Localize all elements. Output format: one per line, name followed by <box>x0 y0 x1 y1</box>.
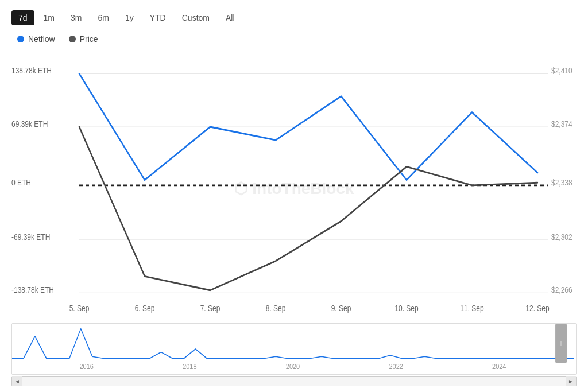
mini-chart-svg: 2016 2018 2020 2022 2024 ⦀ <box>12 324 576 374</box>
x-label-1: 5. Sep <box>69 304 90 313</box>
mini-year-2024: 2024 <box>492 363 506 371</box>
x-label-3: 7. Sep <box>200 304 220 313</box>
x-label-4: 8. Sep <box>266 304 286 313</box>
x-label-8: 12. Sep <box>525 304 549 313</box>
time-btn-1y[interactable]: 1y <box>118 10 141 25</box>
time-btn-ytd[interactable]: YTD <box>143 10 173 25</box>
y-label-top-left: 138.78k ETH <box>11 67 52 76</box>
time-btn-custom[interactable]: Custom <box>175 10 216 25</box>
time-btn-7d[interactable]: 7d <box>11 10 34 25</box>
y-label-top-right: $2,410 <box>551 67 572 76</box>
price-label: Price <box>80 34 98 44</box>
main-container: 7d1m3m6m1yYTDCustomAll Netflow Price ⬡ I… <box>0 0 588 392</box>
price-line <box>79 127 537 290</box>
x-label-5: 9. Sep <box>331 304 351 313</box>
y-label-bottom-left: -138.78k ETH <box>11 286 54 295</box>
y-label-bottom-right: $2,266 <box>551 286 572 295</box>
x-label-6: 10. Sep <box>394 304 418 313</box>
time-btn-6m[interactable]: 6m <box>91 10 115 25</box>
mini-handle-icon: ⦀ <box>560 340 563 347</box>
time-btn-all[interactable]: All <box>219 10 242 25</box>
y-label-zero-left: 0 ETH <box>11 178 31 187</box>
time-range-bar: 7d1m3m6m1yYTDCustomAll <box>11 10 577 25</box>
y-label-2-right: $2,374 <box>551 119 572 129</box>
y-label-2-left: 69.39k ETH <box>11 119 48 129</box>
scroll-right-arrow[interactable]: ► <box>566 376 576 386</box>
chart-wrapper: ⬡ IntoTheBlock 138.78k ETH 69.39k ETH 0 … <box>11 55 577 386</box>
chart-legend: Netflow Price <box>11 34 577 44</box>
mini-year-2020: 2020 <box>286 363 300 371</box>
main-chart-svg: 138.78k ETH 69.39k ETH 0 ETH -69.39k ETH… <box>11 55 577 321</box>
y-label-neg-right: $2,302 <box>551 232 572 242</box>
price-dot <box>69 36 76 42</box>
x-label-2: 6. Sep <box>135 304 155 313</box>
netflow-dot <box>17 36 24 42</box>
mini-year-2022: 2022 <box>389 363 403 371</box>
scrollbar-row: ◄ ► <box>11 376 577 386</box>
legend-netflow: Netflow <box>17 34 55 44</box>
y-label-neg-left: -69.39k ETH <box>11 232 50 242</box>
time-btn-3m[interactable]: 3m <box>64 10 88 25</box>
mini-year-2018: 2018 <box>183 363 196 371</box>
scroll-left-arrow[interactable]: ◄ <box>12 376 22 386</box>
time-btn-1m[interactable]: 1m <box>37 10 61 25</box>
main-chart: ⬡ IntoTheBlock 138.78k ETH 69.39k ETH 0 … <box>11 55 577 321</box>
x-label-7: 11. Sep <box>460 304 483 313</box>
scrollbar-track[interactable] <box>22 377 566 386</box>
netflow-label: Netflow <box>28 34 55 44</box>
mini-chart-container: 2016 2018 2020 2022 2024 ⦀ <box>11 323 577 375</box>
legend-price: Price <box>69 34 98 44</box>
y-label-zero-right: $2,338 <box>551 178 572 187</box>
mini-year-2016: 2016 <box>80 363 94 371</box>
